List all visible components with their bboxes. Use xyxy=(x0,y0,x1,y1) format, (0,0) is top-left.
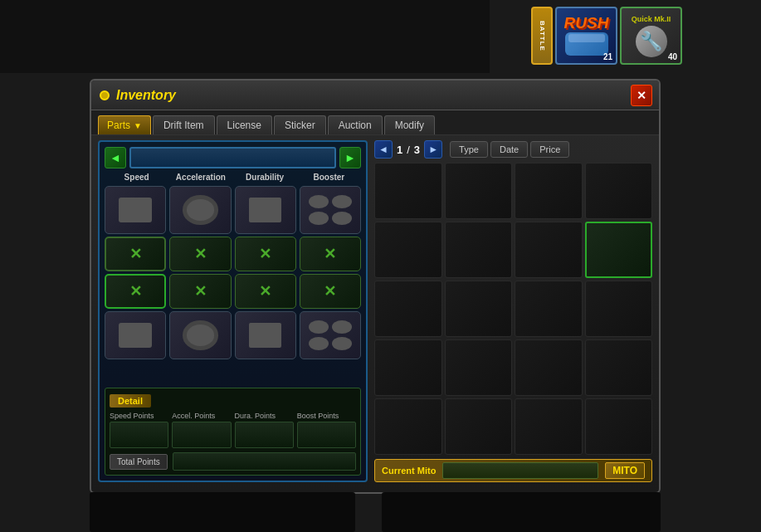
tab-modify[interactable]: Modify xyxy=(384,115,435,134)
stat-dura: Dura. Points xyxy=(235,412,294,448)
part-slot-speed-4[interactable] xyxy=(105,311,166,359)
tab-sticker[interactable]: Sticker xyxy=(274,115,326,134)
auction-slot-16[interactable] xyxy=(585,339,653,396)
tab-license-label: License xyxy=(227,120,261,131)
part-slot-accel-4[interactable] xyxy=(169,311,231,359)
sort-buttons: Type Date Price xyxy=(450,141,569,158)
sort-date-button[interactable]: Date xyxy=(490,141,528,158)
rush-number: 21 xyxy=(603,52,612,61)
category-speed: Speed xyxy=(105,173,168,182)
auction-slot-2[interactable] xyxy=(445,163,513,219)
total-row: Total Points xyxy=(110,452,356,471)
tab-drift-label: Drift Item xyxy=(163,120,204,131)
part-slot-dura-4[interactable] xyxy=(235,311,296,359)
dropdown-arrow-icon: ▼ xyxy=(134,121,142,130)
mito-bar: Current Mito MITO xyxy=(374,459,652,482)
page-prev-icon: ◄ xyxy=(378,144,388,155)
stat-speed: Speed Points xyxy=(110,412,168,448)
auction-slot-5[interactable] xyxy=(374,222,442,278)
sort-type-button[interactable]: Type xyxy=(450,141,488,158)
tab-auction[interactable]: Auction xyxy=(328,115,383,134)
auction-slot-6[interactable] xyxy=(445,222,513,278)
total-label: Total Points xyxy=(110,454,168,470)
auction-slot-12[interactable] xyxy=(585,281,653,337)
auction-slot-20[interactable] xyxy=(585,398,653,455)
sort-price-button[interactable]: Price xyxy=(530,141,569,158)
bottom-bar-left xyxy=(90,492,355,532)
page-next-icon: ► xyxy=(428,144,438,155)
window-indicator xyxy=(100,90,110,100)
total-value-box xyxy=(173,452,356,471)
page-next-button[interactable]: ► xyxy=(424,140,442,159)
auction-slot-8-highlighted[interactable] xyxy=(585,222,653,278)
part-slot-dura-2[interactable]: ✕ xyxy=(235,237,296,271)
auction-slot-1[interactable] xyxy=(374,163,442,219)
category-headers: Speed Acceleration Durability Booster xyxy=(105,173,361,182)
stat-speed-label: Speed Points xyxy=(110,412,168,420)
part-slot-boost-4[interactable] xyxy=(300,311,361,359)
sort-date-label: Date xyxy=(500,144,519,154)
part-slot-accel-1[interactable] xyxy=(169,186,231,234)
part-slot-boost-3[interactable]: ✕ xyxy=(300,274,361,309)
battle-badge: BATTLE xyxy=(531,7,553,65)
right-panel: ◄ 1 / 3 ► Type Date Price xyxy=(374,140,652,482)
auction-slot-18[interactable] xyxy=(445,398,513,455)
auction-slot-10[interactable] xyxy=(445,281,513,337)
bottom-bar-right xyxy=(382,492,661,532)
part-slot-boost-2[interactable]: ✕ xyxy=(300,237,361,271)
part-slot-speed-3[interactable]: ✕ xyxy=(105,274,166,309)
part-slot-accel-2[interactable]: ✕ xyxy=(169,237,231,271)
tab-license[interactable]: License xyxy=(217,115,272,134)
stat-accel: Accel. Points xyxy=(172,412,231,448)
nav-prev-icon: ◄ xyxy=(110,151,121,164)
auction-slot-11[interactable] xyxy=(515,281,583,337)
page-current: 1 xyxy=(397,144,402,156)
inventory-window: Inventory ✕ Parts ▼ Drift Item License S… xyxy=(90,79,661,494)
auction-slot-19[interactable] xyxy=(515,398,583,455)
tab-drift[interactable]: Drift Item xyxy=(153,115,215,134)
left-panel: ◄ ► Speed Acceleration Durability Booste… xyxy=(98,140,368,482)
rush-badge[interactable]: RUSH 21 xyxy=(555,7,617,65)
auction-slot-13[interactable] xyxy=(374,339,442,396)
nav-next-button[interactable]: ► xyxy=(339,147,361,168)
stat-accel-label: Accel. Points xyxy=(172,412,231,420)
part-slot-accel-3[interactable]: ✕ xyxy=(169,274,231,309)
tab-parts-label: Parts xyxy=(107,120,130,131)
quickmk-icon: 🔧 xyxy=(636,26,667,57)
category-booster: Booster xyxy=(297,173,361,182)
part-slot-speed-1[interactable] xyxy=(105,186,166,234)
category-acceleration: Acceleration xyxy=(168,173,232,182)
tabs-bar: Parts ▼ Drift Item License Sticker Aucti… xyxy=(91,110,659,135)
parts-row-4 xyxy=(105,311,361,359)
auction-slot-17[interactable] xyxy=(374,398,442,455)
stat-speed-value xyxy=(110,422,168,448)
mito-label: Current Mito xyxy=(382,466,436,476)
nav-row: ◄ ► xyxy=(105,147,361,168)
auction-slot-4[interactable] xyxy=(585,163,653,219)
quickmk-badge[interactable]: Quick Mk.II 🔧 40 xyxy=(620,7,682,65)
parts-row-1 xyxy=(105,186,361,234)
close-button[interactable]: ✕ xyxy=(631,85,652,106)
mito-value-box xyxy=(442,462,598,479)
auction-slot-3[interactable] xyxy=(515,163,583,219)
page-prev-button[interactable]: ◄ xyxy=(374,140,393,159)
sort-price-label: Price xyxy=(539,144,560,154)
nav-prev-button[interactable]: ◄ xyxy=(105,147,126,168)
auction-slot-7[interactable] xyxy=(515,222,583,278)
tab-parts[interactable]: Parts ▼ xyxy=(98,115,151,134)
part-slot-dura-1[interactable] xyxy=(235,186,296,234)
stat-accel-value xyxy=(172,422,231,448)
content-area: ◄ ► Speed Acceleration Durability Booste… xyxy=(91,135,659,489)
part-slot-dura-3[interactable]: ✕ xyxy=(235,274,296,309)
sort-type-label: Type xyxy=(459,144,479,154)
auction-slot-15[interactable] xyxy=(515,339,583,396)
window-title: Inventory xyxy=(116,88,176,103)
auction-slot-9[interactable] xyxy=(374,281,442,337)
part-slot-boost-1[interactable] xyxy=(300,186,361,234)
nav-display xyxy=(129,147,336,168)
parts-rows: ✕ ✕ ✕ ✕ ✕ ✕ ✕ ✕ xyxy=(105,186,361,385)
page-total: 3 xyxy=(414,144,420,156)
auction-slot-14[interactable] xyxy=(445,339,513,396)
auction-grid xyxy=(374,163,652,455)
part-slot-speed-2[interactable]: ✕ xyxy=(105,237,166,271)
